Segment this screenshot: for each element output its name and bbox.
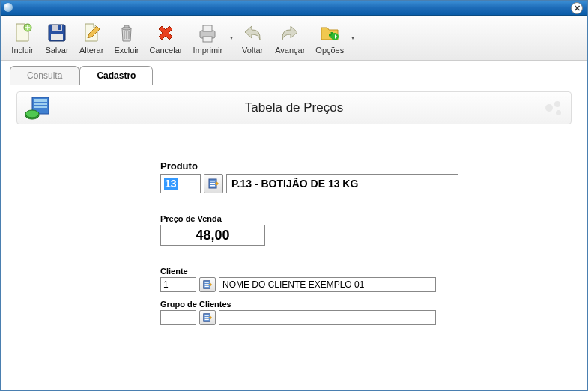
tool-label: Salvar	[45, 46, 68, 55]
svg-rect-15	[34, 99, 47, 102]
tool-label: Excluir	[114, 46, 139, 55]
imprimir-button[interactable]: Imprimir	[187, 18, 228, 58]
preco-label: Preço de Venda	[160, 214, 578, 223]
opcoes-button[interactable]: Opções	[310, 18, 349, 58]
salvar-button[interactable]: Salvar	[40, 18, 74, 58]
svg-rect-27	[205, 286, 209, 287]
new-document-icon	[10, 22, 34, 44]
excluir-button[interactable]: Excluir	[109, 18, 144, 58]
svg-rect-16	[34, 103, 47, 105]
tool-label: Alterar	[79, 46, 103, 55]
tab-content: Tabela de Preços Produto 13	[10, 85, 578, 384]
toolbar: Incluir Salvar Alterar	[1, 16, 587, 61]
cliente-label: Cliente	[160, 267, 578, 276]
tool-label: Avançar	[275, 46, 305, 55]
title-bar: ✕	[1, 1, 587, 16]
svg-rect-11	[203, 25, 212, 31]
svg-rect-12	[203, 37, 212, 42]
svg-rect-31	[205, 319, 209, 320]
svg-rect-26	[205, 284, 209, 285]
svg-rect-29	[205, 315, 209, 316]
avancar-button[interactable]: Avançar	[270, 18, 310, 58]
grupo-lookup-button[interactable]	[199, 310, 216, 325]
svg-rect-23	[210, 185, 215, 187]
svg-point-19	[25, 110, 39, 118]
cancel-icon	[154, 22, 178, 44]
lookup-icon	[207, 178, 219, 190]
preco-group: Preço de Venda	[160, 214, 578, 246]
tool-label: Voltar	[242, 46, 263, 55]
voltar-button[interactable]: Voltar	[235, 18, 270, 58]
options-folder-icon	[318, 22, 342, 44]
produto-lookup-button[interactable]	[204, 174, 223, 193]
cliente-group: Cliente	[160, 267, 578, 292]
app-window: ✕ Incluir	[0, 0, 588, 391]
tab-consulta[interactable]: Consulta	[10, 66, 79, 85]
svg-rect-25	[205, 282, 209, 283]
produto-label: Produto	[160, 160, 578, 172]
lookup-icon	[202, 279, 213, 290]
tool-label: Imprimir	[193, 46, 222, 55]
edit-icon	[79, 22, 103, 44]
cliente-desc-input[interactable]	[219, 277, 436, 292]
tool-label: Cancelar	[149, 46, 182, 55]
forward-arrow-icon	[278, 22, 302, 44]
save-icon	[45, 22, 69, 44]
panel-header-icon	[25, 96, 53, 120]
tab-strip: Consulta Cadastro	[1, 61, 587, 85]
trash-icon	[115, 22, 139, 44]
grupo-code-input[interactable]	[160, 310, 196, 325]
grupo-group: Grupo de Clientes	[160, 300, 578, 325]
produto-group: Produto 13	[160, 160, 578, 193]
grupo-desc-input[interactable]	[219, 310, 436, 325]
svg-rect-17	[34, 106, 47, 108]
tab-cadastro[interactable]: Cadastro	[79, 66, 153, 85]
form-area: Produto 13 Preç	[10, 130, 578, 325]
tool-label: Opções	[315, 46, 344, 55]
grupo-label: Grupo de Clientes	[160, 300, 578, 309]
produto-desc-input[interactable]	[226, 174, 458, 193]
alterar-button[interactable]: Alterar	[74, 18, 109, 58]
svg-rect-22	[210, 183, 215, 184]
panel-decoration-icon	[544, 100, 563, 116]
cliente-lookup-button[interactable]	[199, 277, 216, 292]
close-button[interactable]: ✕	[571, 2, 583, 14]
cancelar-button[interactable]: Cancelar	[144, 18, 187, 58]
svg-rect-4	[51, 34, 63, 40]
preco-input[interactable]	[160, 225, 265, 246]
produto-code-input[interactable]: 13	[160, 174, 201, 193]
cliente-code-input[interactable]	[160, 277, 196, 292]
print-icon	[196, 22, 219, 44]
svg-rect-6	[124, 25, 129, 28]
incluir-button[interactable]: Incluir	[5, 18, 40, 58]
imprimir-dropdown[interactable]: ▾	[228, 18, 235, 58]
lookup-icon	[202, 312, 213, 323]
tool-label: Incluir	[11, 46, 33, 55]
svg-rect-3	[58, 25, 61, 30]
panel-title: Tabela de Preços	[62, 100, 563, 115]
close-icon: ✕	[574, 4, 581, 13]
back-arrow-icon	[240, 22, 264, 44]
panel-header: Tabela de Preços	[16, 91, 572, 124]
svg-rect-30	[205, 317, 209, 318]
opcoes-dropdown[interactable]: ▾	[349, 18, 357, 58]
svg-rect-21	[210, 181, 215, 182]
title-bar-orb	[4, 3, 13, 12]
